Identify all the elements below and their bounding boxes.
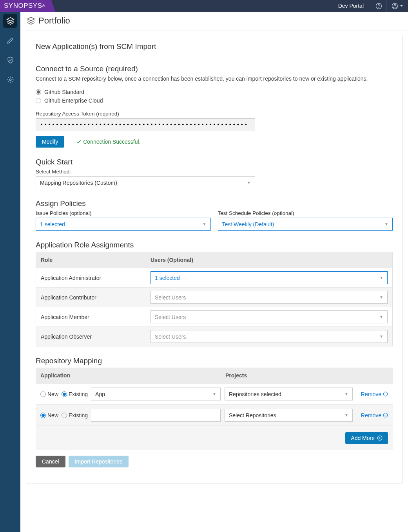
schedule-policies-label: Test Schedule Policies (optional) <box>218 210 393 216</box>
portfolio-icon <box>27 16 35 25</box>
method-select[interactable]: Mapping Repositories (Custom)▼ <box>36 176 255 189</box>
user-menu[interactable] <box>386 0 408 12</box>
svg-point-4 <box>9 79 11 81</box>
users-select-observer[interactable]: Select Users▼ <box>151 330 388 343</box>
issue-policies-label: Issue Policies (optional) <box>36 210 211 216</box>
import-repos-button[interactable]: Import Repositories <box>69 456 129 467</box>
radio-new-row1[interactable] <box>40 413 46 418</box>
page-header: Portfolio <box>20 12 408 30</box>
role-name: Application Member <box>41 314 151 320</box>
policies-heading: Assign Policies <box>36 199 393 208</box>
cancel-button[interactable]: Cancel <box>36 456 65 467</box>
add-more-button[interactable]: Add More <box>345 432 388 444</box>
token-label: Repository Access Token (required) <box>36 111 393 117</box>
help-icon[interactable] <box>371 0 386 12</box>
roles-table: Role Users (Optional) Application Admini… <box>36 252 393 346</box>
app-select-row0[interactable]: App▼ <box>91 388 221 400</box>
th-application: Application <box>36 368 221 383</box>
role-name: Application Contributor <box>41 294 151 301</box>
project-select-row1[interactable]: Select Repositories▼ <box>225 409 353 422</box>
users-select-admin[interactable]: 1 selected▼ <box>151 271 388 284</box>
import-panel: New Application(s) from SCM Import Conne… <box>26 35 403 483</box>
sidebar-item-settings[interactable] <box>3 72 17 87</box>
dev-portal-link[interactable]: Dev Portal <box>331 0 371 12</box>
radio-github-standard[interactable] <box>36 89 41 95</box>
quickstart-label: Select Method: <box>36 169 393 175</box>
chevron-down-icon: ▼ <box>379 334 383 339</box>
app-input-row1[interactable] <box>91 409 221 422</box>
sidebar-item-shield[interactable] <box>3 53 17 67</box>
radio-label: Github Enterprise Cloud <box>44 97 103 104</box>
users-select-contributor[interactable]: Select Users▼ <box>151 291 388 304</box>
chevron-down-icon: ▼ <box>379 276 383 280</box>
radio-new-row0[interactable] <box>40 391 46 397</box>
remove-icon <box>383 391 388 397</box>
th-role: Role <box>36 252 146 268</box>
connect-subtext: Connect to a SCM repository below, once … <box>36 76 393 82</box>
chevron-down-icon: ▼ <box>212 392 216 396</box>
chevron-down-icon: ▼ <box>203 222 207 226</box>
token-input[interactable] <box>36 118 255 131</box>
th-users: Users (Optional) <box>146 252 392 268</box>
topbar: SYNOPSYS® Dev Portal <box>0 0 408 12</box>
page-title: Portfolio <box>38 16 70 26</box>
chevron-down-icon: ▼ <box>379 295 383 299</box>
chevron-down-icon <box>400 5 403 7</box>
role-name: Application Observer <box>41 334 151 340</box>
th-projects: Projects <box>221 368 393 383</box>
role-name: Application Administrator <box>41 275 151 281</box>
users-select-member[interactable]: Select Users▼ <box>151 310 388 323</box>
quickstart-heading: Quick Start <box>36 158 393 166</box>
plus-circle-icon <box>377 435 383 441</box>
connection-status: Connection Successful. <box>76 139 140 145</box>
mapping-table: Application Projects New Existing App▼ R… <box>36 368 393 450</box>
radio-existing-row0[interactable] <box>62 391 67 397</box>
connect-heading: Connect to a Source (required) <box>36 65 393 73</box>
radio-existing-row1[interactable] <box>62 413 67 418</box>
radio-github-enterprise[interactable] <box>36 98 41 103</box>
check-icon <box>76 139 82 144</box>
remove-row0[interactable]: Remove <box>361 391 388 397</box>
sidebar-item-pen[interactable] <box>3 33 17 47</box>
chevron-down-icon: ▼ <box>247 180 251 185</box>
brand-logo: SYNOPSYS® <box>0 0 51 12</box>
schedule-policies-select[interactable]: Test Weekly (Default)▼ <box>218 218 393 231</box>
remove-icon <box>383 413 388 418</box>
modify-button[interactable]: Modify <box>36 136 64 148</box>
chevron-down-icon: ▼ <box>384 222 388 226</box>
panel-title: New Application(s) from SCM Import <box>36 42 393 51</box>
sidebar <box>0 12 20 532</box>
mapping-heading: Repository Mapping <box>36 357 393 365</box>
svg-point-1 <box>379 7 379 7</box>
remove-row1[interactable]: Remove <box>361 412 388 418</box>
sidebar-item-portfolio[interactable] <box>3 14 17 28</box>
svg-point-3 <box>394 4 395 6</box>
issue-policies-select[interactable]: 1 selected▼ <box>36 218 211 231</box>
radio-label: Github Standard <box>44 89 84 95</box>
project-select-row0[interactable]: Repositories selected▼ <box>225 388 353 400</box>
roles-heading: Application Role Assignments <box>36 241 393 249</box>
chevron-down-icon: ▼ <box>379 315 383 319</box>
chevron-down-icon: ▼ <box>345 413 348 417</box>
chevron-down-icon: ▼ <box>345 392 348 396</box>
